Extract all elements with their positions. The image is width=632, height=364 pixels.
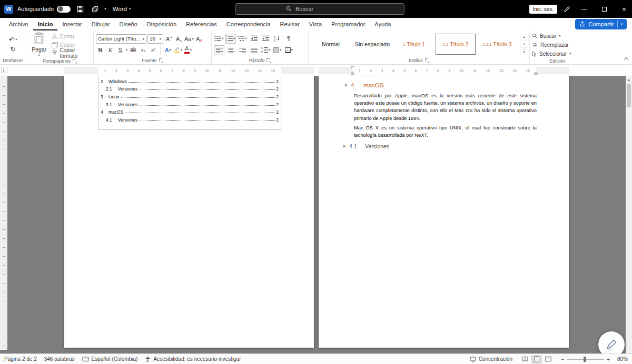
shading-button[interactable]: ▾ — [272, 45, 282, 55]
word-count[interactable]: 346 palabras — [44, 356, 75, 362]
collapse-triangle-icon[interactable] — [343, 145, 346, 148]
italic-button[interactable]: K — [106, 45, 115, 55]
tab-referencias[interactable]: Referencias — [181, 18, 222, 31]
borders-button[interactable]: ▾ — [283, 45, 294, 55]
heading-macos[interactable]: 4 macOS — [345, 82, 383, 88]
word-logo-icon[interactable]: W — [4, 5, 13, 14]
highlight-button[interactable]: ▾ — [173, 45, 182, 55]
body-paragraph[interactable]: Desarrollado por Apple, macOS es la vers… — [354, 92, 537, 122]
zoom-percentage[interactable]: 80% — [617, 356, 628, 362]
bullets-button[interactable]: ▾ — [214, 34, 224, 44]
tab-inicio[interactable]: Inicio — [33, 18, 58, 31]
scrollbar-thumb[interactable] — [627, 84, 631, 107]
tab-correspondencia[interactable]: Correspondencia — [222, 18, 275, 31]
tab-diseno[interactable]: Diseño — [115, 18, 142, 31]
toc-entry[interactable]: 4.1 Versiones 2 — [101, 115, 279, 123]
dialog-launcher-icon[interactable] — [73, 59, 77, 63]
replace-button[interactable]: Reemplazar — [532, 41, 569, 48]
clear-formatting-button[interactable]: A — [195, 34, 204, 44]
dialog-launcher-icon[interactable] — [425, 58, 429, 63]
minimize-button[interactable] — [576, 0, 592, 18]
tab-revisar[interactable]: Revisar — [275, 18, 304, 31]
line-spacing-button[interactable]: ▾ — [260, 45, 271, 55]
font-color-button[interactable]: A ▾ — [183, 45, 192, 55]
toc-entry[interactable]: 2 Windows 2 — [101, 76, 279, 84]
table-of-contents[interactable]: 2 Windows 2 2.1 Versiones 2 3 Linux 2 — [98, 76, 281, 130]
tab-disposicion[interactable]: Disposición — [142, 18, 181, 31]
font-size-select[interactable]: 16 ▾ — [147, 34, 163, 44]
pen-floating-button[interactable] — [598, 331, 625, 353]
sign-in-button[interactable]: Inic. ses. — [529, 5, 557, 14]
underline-button[interactable]: S — [116, 45, 125, 55]
body-paragraph[interactable]: Mac OS X es un sistema operativo tipo UN… — [354, 124, 537, 139]
ruler-segment-page2[interactable]: ·1·2·3·4·5·6·7·8·9·10·11·12·13·14·15· — [319, 67, 569, 74]
vertical-ruler[interactable] — [0, 76, 7, 350]
style-titulo-3[interactable]: 1.1.1Título 3 — [477, 34, 517, 55]
toc-entry[interactable]: 2.1 Versiones 2 — [101, 84, 279, 92]
accessibility-status[interactable]: Accesibilidad: es necesario investigar — [145, 356, 241, 362]
language-indicator[interactable]: Español (Colombia) — [82, 356, 138, 362]
paste-button[interactable]: Pegar ▾ — [28, 32, 50, 57]
quick-access-icon[interactable] — [90, 4, 100, 14]
zoom-control[interactable]: − + — [561, 356, 610, 362]
styles-scroll-up-button[interactable]: ▴ — [520, 33, 528, 41]
zoom-out-button[interactable]: − — [561, 356, 564, 362]
zoom-in-button[interactable]: + — [607, 356, 610, 362]
app-menu[interactable]: Word ▾ — [111, 6, 131, 12]
share-button[interactable]: Compartir ▾ — [575, 19, 627, 29]
align-left-button[interactable] — [214, 45, 224, 55]
style-sin-espaciado[interactable]: Sin espaciado — [352, 34, 392, 55]
superscript-button[interactable]: x² — [149, 45, 157, 55]
collapse-triangle-icon[interactable] — [345, 84, 348, 87]
select-button[interactable]: Seleccionar ▾ — [532, 50, 571, 57]
tab-insertar[interactable]: Insertar — [57, 18, 86, 31]
numbering-button[interactable]: 123 ▾ — [225, 34, 236, 44]
tab-ayuda[interactable]: Ayuda — [370, 18, 396, 31]
style-titulo-2[interactable]: 1.1Título 2 — [436, 34, 476, 55]
web-layout-button[interactable] — [543, 355, 554, 363]
toc-entry[interactable]: 4 macOS 2 — [101, 107, 279, 115]
sort-button[interactable]: AZ — [272, 34, 282, 44]
autosave-toggle[interactable] — [57, 6, 71, 13]
undo-button[interactable]: ↶▾ — [8, 36, 17, 43]
read-mode-button[interactable] — [520, 355, 530, 363]
grow-font-button[interactable]: A▴ — [164, 34, 173, 44]
tab-programador[interactable]: Programador — [327, 18, 370, 31]
page-indicator[interactable]: Página 2 de 2 — [4, 356, 37, 362]
justify-button[interactable] — [249, 45, 259, 55]
dialog-launcher-icon[interactable] — [266, 58, 271, 63]
maximize-button[interactable] — [596, 0, 612, 18]
cut-button[interactable]: Cortar — [52, 33, 91, 40]
document-page-1[interactable]: 2 Windows 2 2.1 Versiones 2 3 Linux 2 — [64, 76, 314, 348]
zoom-slider-thumb[interactable] — [584, 357, 586, 362]
heading-versiones[interactable]: 4.1 Versiones — [343, 143, 389, 149]
zoom-slider[interactable] — [567, 359, 604, 360]
align-right-button[interactable] — [237, 45, 248, 55]
subscript-button[interactable]: x₂ — [139, 45, 147, 55]
toc-entry[interactable]: 3 Linux 2 — [101, 92, 279, 99]
tab-selector[interactable]: L — [1, 67, 7, 73]
text-effects-button[interactable]: A▾ — [163, 45, 172, 55]
font-name-select[interactable]: Calibri Light (Títulos ▾ — [96, 34, 146, 44]
style-normal[interactable]: Normal — [311, 34, 351, 55]
strikethrough-button[interactable]: ab — [129, 45, 137, 55]
collapse-ribbon-icon[interactable] — [624, 57, 628, 62]
scroll-up-arrow[interactable]: ▲ — [626, 76, 632, 83]
bold-button[interactable]: N — [96, 45, 105, 55]
chevron-down-icon[interactable]: ▾ — [126, 48, 127, 52]
qat-chevron-icon[interactable]: ▾ — [104, 7, 106, 11]
style-titulo-1[interactable]: 1Título 1 — [394, 34, 434, 55]
styles-scroll-down-button[interactable]: ▾ — [520, 41, 528, 48]
save-icon[interactable] — [75, 4, 85, 14]
vertical-scrollbar[interactable]: ▲ — [626, 76, 632, 353]
format-painter-button[interactable]: Copiar formato — [52, 49, 91, 57]
tab-vista[interactable]: Vista — [304, 18, 327, 31]
focus-mode-button[interactable]: Concentración — [470, 356, 512, 362]
autosave-control[interactable]: Autoguardado — [17, 6, 71, 13]
print-layout-button[interactable] — [531, 355, 542, 363]
horizontal-ruler[interactable]: L ·1·2·3·4·5·6·7·8·9·10·11·12·13·14·15· … — [0, 65, 626, 76]
heading-linux[interactable]: 3 Linux — [345, 76, 377, 77]
close-button[interactable]: × — [616, 0, 632, 18]
decrease-indent-button[interactable] — [249, 34, 259, 44]
show-paragraph-marks-button[interactable]: ¶ — [283, 34, 294, 44]
